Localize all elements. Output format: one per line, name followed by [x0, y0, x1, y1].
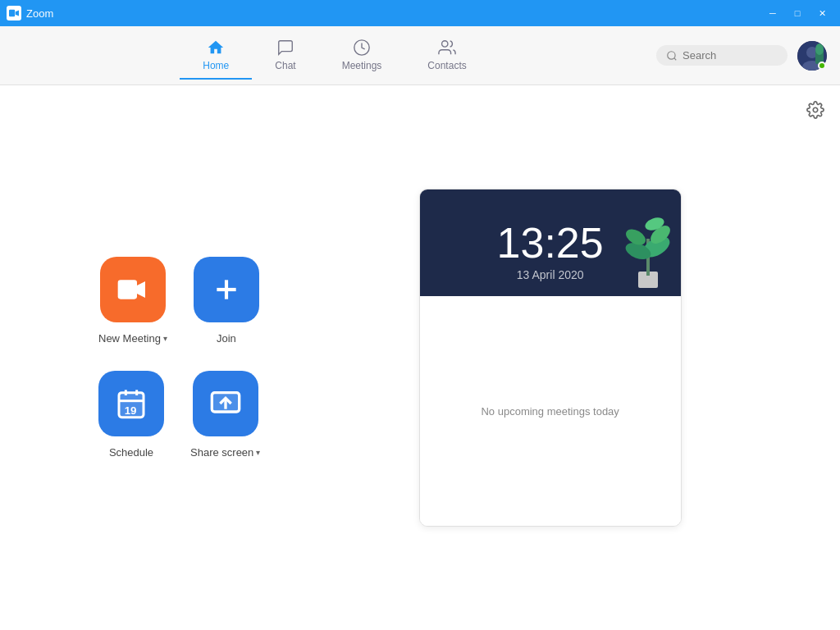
plant-decoration: [615, 189, 681, 296]
share-screen-button[interactable]: [193, 371, 258, 436]
action-row-bottom: 19 Schedule Share screen: [98, 371, 260, 459]
svg-point-10: [815, 43, 824, 55]
plus-icon: [210, 273, 243, 306]
meetings-icon: [353, 39, 371, 57]
svg-rect-12: [118, 280, 137, 299]
tab-home-label: Home: [203, 60, 229, 71]
clock-date: 13 April 2020: [517, 268, 584, 281]
svg-rect-0: [9, 10, 15, 16]
search-area[interactable]: [656, 45, 788, 66]
close-button[interactable]: ✕: [810, 2, 833, 25]
svg-point-4: [668, 51, 675, 58]
tab-chat-label: Chat: [275, 60, 295, 71]
video-camera-icon: [116, 273, 149, 306]
new-meeting-caret: ▾: [163, 334, 167, 343]
contacts-icon: [438, 39, 456, 57]
home-icon: [207, 39, 225, 57]
tab-chat[interactable]: Chat: [252, 32, 318, 80]
share-screen-label: Share screen ▾: [190, 446, 260, 459]
tab-meetings-label: Meetings: [342, 60, 382, 71]
share-screen-icon: [209, 387, 242, 420]
join-label: Join: [217, 332, 236, 345]
new-meeting-item[interactable]: New Meeting ▾: [98, 257, 167, 345]
minimize-button[interactable]: ─: [761, 2, 784, 25]
action-row-top: New Meeting ▾ Join: [98, 257, 260, 345]
clock-banner: 13:25 13 April 2020: [420, 189, 681, 296]
schedule-button[interactable]: 19: [98, 371, 164, 436]
svg-point-3: [442, 40, 448, 46]
new-meeting-label: New Meeting ▾: [98, 332, 167, 345]
settings-button[interactable]: [804, 98, 827, 121]
join-item[interactable]: Join: [194, 257, 259, 345]
schedule-label: Schedule: [109, 446, 153, 459]
main-content: New Meeting ▾ Join: [0, 85, 840, 630]
svg-marker-13: [137, 281, 145, 298]
calendar-icon: 19: [115, 387, 148, 420]
nav-tabs: Home Chat Meetings Contacts: [13, 32, 656, 80]
avatar-status: [818, 62, 826, 70]
restore-button[interactable]: □: [786, 2, 809, 25]
svg-text:19: 19: [125, 404, 137, 417]
new-meeting-button[interactable]: [100, 257, 166, 322]
clock-time: 13:25: [497, 218, 604, 267]
search-input[interactable]: [682, 49, 773, 62]
avatar-container[interactable]: [797, 41, 827, 71]
join-button[interactable]: [194, 257, 259, 322]
svg-point-11: [813, 107, 818, 112]
share-screen-item[interactable]: Share screen ▾: [190, 371, 260, 459]
tab-contacts[interactable]: Contacts: [404, 32, 489, 80]
svg-marker-1: [16, 10, 19, 16]
calendar-card: 13:25 13 April 2020 No upcoming meetings…: [419, 189, 682, 527]
tab-home[interactable]: Home: [180, 32, 252, 80]
app-icon: [7, 6, 21, 21]
gear-icon: [806, 101, 824, 119]
window-controls: ─ □ ✕: [761, 2, 833, 25]
meetings-area: No upcoming meetings today: [420, 296, 681, 526]
no-meetings-label: No upcoming meetings today: [481, 405, 619, 418]
search-icon: [666, 50, 678, 62]
actions-panel: New Meeting ▾ Join: [0, 85, 260, 630]
tab-contacts-label: Contacts: [427, 60, 466, 71]
navbar: Home Chat Meetings Contacts: [0, 26, 840, 85]
schedule-item[interactable]: 19 Schedule: [98, 371, 164, 459]
tab-meetings[interactable]: Meetings: [319, 32, 405, 80]
app-title: Zoom: [26, 7, 761, 20]
chat-icon: [276, 39, 294, 57]
svg-line-5: [674, 57, 677, 60]
calendar-panel: 13:25 13 April 2020 No upcoming meetings…: [260, 85, 840, 630]
titlebar: Zoom ─ □ ✕: [0, 0, 840, 26]
